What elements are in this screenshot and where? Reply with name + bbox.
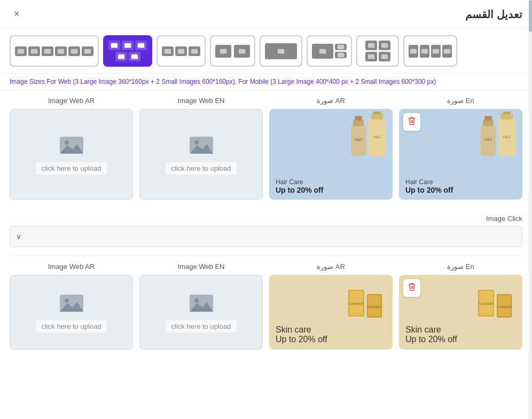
image-col-web-en-1: Image Web EN click here to upload	[139, 97, 263, 200]
scrollbar-thumb	[529, 0, 532, 32]
image-col-label-en-1: صورة En	[447, 97, 474, 105]
svg-rect-70	[503, 112, 511, 114]
layout-icon	[335, 52, 347, 58]
layout-icon	[335, 44, 347, 50]
svg-point-29	[221, 50, 223, 51]
svg-point-33	[279, 50, 280, 51]
upload-text-2: click here to upload	[166, 162, 236, 175]
svg-point-54	[194, 140, 199, 145]
svg-point-13	[112, 44, 114, 46]
svg-point-43	[369, 56, 371, 57]
layout-icon	[15, 46, 27, 56]
layout-option-7[interactable]	[356, 35, 399, 67]
image-col-web-ar-1: Image Web AR click here to upload	[10, 97, 133, 200]
image-click-dropdown[interactable]	[10, 226, 522, 247]
layout-icon	[365, 52, 377, 61]
layout-icon	[108, 41, 120, 50]
svg-point-39	[369, 44, 371, 46]
upload-text-1: click here to upload	[36, 162, 106, 175]
svg-text:H&S: H&S	[484, 138, 492, 141]
layout-option-8[interactable]	[403, 35, 457, 67]
layout-option-4[interactable]	[210, 35, 255, 67]
upload-box-web-ar-1[interactable]: click here to upload	[10, 109, 133, 200]
image-section-1: Image Web AR click here to upload Image …	[0, 90, 532, 215]
layout-icon	[189, 46, 200, 56]
image-col-label-web-en-2: Image Web EN	[178, 263, 225, 271]
layout-option-1[interactable]	[10, 35, 99, 67]
svg-rect-37	[338, 52, 344, 57]
card-promo-skincare-ar: Up to 20% off	[276, 335, 327, 344]
delete-button-2[interactable]	[403, 279, 420, 297]
section-divider	[10, 256, 522, 256]
layout-icon	[122, 41, 134, 50]
layout-icon	[365, 41, 377, 50]
svg-point-76	[194, 298, 199, 303]
image-col-web-en-2: Image Web EN click here to upload	[139, 263, 263, 350]
upload-box-web-en-1[interactable]: click here to upload	[139, 109, 263, 200]
svg-point-11	[85, 50, 87, 51]
delete-button-1[interactable]	[403, 113, 420, 131]
svg-rect-58	[355, 116, 362, 121]
image-col-web-ar-2: Image Web AR click here to upload	[10, 263, 133, 350]
layout-icon	[409, 45, 418, 58]
layout-icon	[115, 52, 127, 61]
card-label-skincare-ar: Skin care	[276, 325, 311, 335]
layout-icon	[162, 46, 174, 56]
preview-card-skincare-ar: GARNIER GARNIER Skin care Up to 20% off	[269, 275, 393, 350]
layout-icon	[42, 46, 53, 56]
svg-text:H&S: H&S	[355, 138, 363, 141]
layout-icon	[82, 46, 93, 56]
svg-point-19	[119, 56, 121, 57]
info-text: Image Sizes For Web (3 Large Image 360*1…	[0, 74, 532, 90]
skin-product-img-2: GARNIER GARNIER	[475, 279, 518, 322]
upload-text-3: click here to upload	[36, 320, 106, 333]
upload-box-web-ar-2[interactable]: click here to upload	[10, 275, 133, 350]
card-label-ar-1: Hair Care	[276, 178, 303, 186]
svg-point-35	[320, 50, 322, 51]
upload-text-4: click here to upload	[166, 320, 236, 333]
image-col-label-ar-1: صورة AR	[317, 97, 345, 105]
svg-rect-49	[444, 49, 450, 53]
upload-box-web-en-2[interactable]: click here to upload	[139, 275, 263, 350]
svg-point-17	[139, 44, 140, 46]
image-row-2: Image Web AR click here to upload Image …	[10, 263, 522, 350]
svg-point-31	[240, 50, 241, 51]
card-promo-ar-1: Up to 20% off	[276, 186, 323, 194]
layout-icon	[379, 52, 390, 61]
layout-icon	[55, 46, 67, 56]
close-button[interactable]: ×	[10, 6, 24, 22]
layout-icon	[379, 41, 390, 50]
layout-icon	[129, 52, 140, 61]
layout-icon	[175, 46, 187, 56]
card-label-skincare-en: Skin care	[405, 325, 441, 335]
upload-icon-4	[189, 292, 214, 316]
svg-rect-36	[338, 44, 344, 49]
svg-text:GARNIER: GARNIER	[367, 305, 382, 309]
upload-icon-2	[189, 135, 214, 158]
svg-point-27	[192, 50, 194, 51]
svg-point-7	[59, 50, 60, 51]
scrollbar[interactable]	[529, 0, 532, 419]
layout-option-5[interactable]	[260, 35, 302, 67]
svg-point-3	[32, 50, 34, 51]
layout-option-6[interactable]	[307, 35, 352, 67]
image-col-label-web-en-1: Image Web EN	[178, 97, 225, 105]
svg-point-15	[126, 44, 127, 46]
layout-option-3[interactable]	[157, 35, 206, 67]
upload-icon-3	[59, 292, 84, 316]
image-col-en-preview-2: صورة En GARNIER GARNIER	[399, 263, 522, 350]
layout-icon	[312, 44, 333, 59]
svg-rect-48	[433, 49, 439, 53]
layout-selector	[0, 29, 532, 74]
layout-icon	[265, 43, 297, 59]
layout-option-2[interactable]	[103, 35, 152, 67]
svg-point-51	[65, 140, 69, 145]
svg-rect-62	[373, 112, 381, 114]
layout-icon	[442, 45, 452, 58]
layout-icon	[215, 45, 231, 58]
skin-product-img-1: GARNIER GARNIER	[346, 279, 388, 322]
svg-text:GARNIER: GARNIER	[479, 302, 494, 305]
layout-icon	[234, 45, 250, 58]
image-col-label-en-2: صورة En	[447, 263, 474, 271]
image-col-label-web-ar-1: Image Web AR	[48, 97, 95, 105]
